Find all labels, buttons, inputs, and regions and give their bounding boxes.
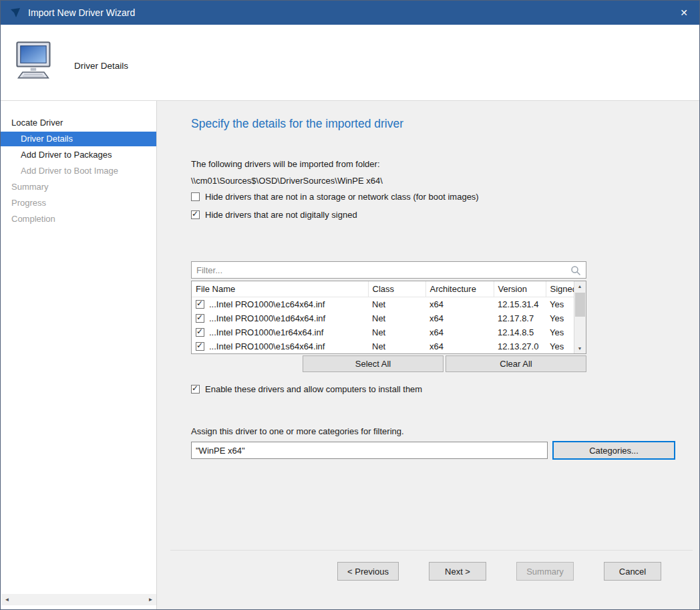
scroll-left-icon[interactable] [1, 594, 13, 605]
computer-icon [13, 39, 55, 85]
hide-unsigned-label: Hide drivers that are not digitally sign… [205, 210, 357, 220]
cancel-button[interactable]: Cancel [604, 562, 661, 581]
driver-file-name: ...Intel PRO1000\e1s64x64.inf [209, 341, 325, 351]
driver-row-checkbox[interactable] [196, 342, 204, 351]
driver-class: Net [368, 339, 425, 353]
hide-unsigned-checkbox[interactable] [191, 210, 200, 219]
wizard-body: Locate Driver Driver Details Add Driver … [1, 101, 699, 609]
driver-row-checkbox[interactable] [196, 314, 204, 323]
scrollbar-thumb[interactable] [575, 293, 585, 317]
sidebar-item-summary: Summary [1, 180, 156, 194]
driver-architecture: x64 [425, 297, 494, 312]
driver-signed: Yes [546, 325, 574, 339]
wizard-steps-list: Locate Driver Driver Details Add Driver … [1, 101, 156, 226]
driver-class: Net [368, 297, 425, 312]
driver-row[interactable]: ...Intel PRO1000\e1r64x64.inf Net x64 12… [192, 325, 574, 339]
column-file-name[interactable]: File Name [192, 281, 368, 297]
driver-file-name: ...Intel PRO1000\e1r64x64.inf [209, 327, 323, 337]
driver-row[interactable]: ...Intel PRO1000\e1d64x64.inf Net x64 12… [192, 311, 574, 325]
previous-button[interactable]: < Previous [337, 562, 399, 581]
driver-architecture: x64 [425, 325, 494, 339]
titlebar: Import New Driver Wizard [1, 1, 699, 25]
driver-architecture: x64 [425, 339, 494, 353]
categories-field[interactable] [191, 442, 548, 459]
import-folder-intro-text: The following drivers will be imported f… [191, 159, 380, 169]
driver-row[interactable]: ...Intel PRO1000\e1c64x64.inf Net x64 12… [192, 297, 574, 312]
scroll-up-icon[interactable] [574, 281, 585, 291]
sidebar-item-add-driver-to-packages[interactable]: Add Driver to Packages [1, 148, 156, 162]
categories-button[interactable]: Categories... [552, 441, 675, 460]
driver-row[interactable]: ...Intel PRO1000\e1s64x64.inf Net x64 12… [192, 339, 574, 353]
driver-file-name: ...Intel PRO1000\e1c64x64.inf [209, 299, 325, 309]
hide-storage-network-label: Hide drivers that are not in a storage o… [205, 192, 479, 202]
selection-buttons: Select All Clear All [191, 355, 586, 372]
footer-divider [170, 550, 693, 551]
page-title: Driver Details [74, 61, 128, 71]
driver-signed: Yes [546, 311, 574, 325]
enable-drivers-checkbox[interactable] [191, 385, 200, 394]
driver-version: 12.13.27.0 [494, 339, 546, 353]
driver-class: Net [368, 311, 425, 325]
filter-box [191, 261, 586, 279]
scroll-down-icon[interactable] [574, 343, 585, 353]
driver-row-checkbox[interactable] [196, 328, 204, 337]
column-architecture[interactable]: Architecture [425, 281, 494, 297]
wizard-header: Driver Details [1, 25, 699, 101]
driver-version: 12.15.31.4 [494, 297, 546, 312]
sidebar-horizontal-scrollbar[interactable] [1, 594, 156, 605]
hide-storage-network-checkbox[interactable] [191, 192, 200, 201]
sidebar-item-locate-driver[interactable]: Locate Driver [1, 116, 156, 130]
driver-row-checkbox[interactable] [196, 300, 204, 309]
driver-class: Net [368, 325, 425, 339]
hide-storage-network-checkbox-row[interactable]: Hide drivers that are not in a storage o… [191, 192, 479, 202]
scroll-right-icon[interactable] [145, 594, 156, 605]
filter-input[interactable] [192, 262, 570, 278]
import-new-driver-wizard-window: Import New Driver Wizard Driver Details [0, 0, 700, 610]
content-heading: Specify the details for the imported dri… [191, 117, 403, 131]
wizard-app-icon [9, 7, 21, 19]
clear-all-button[interactable]: Clear All [446, 355, 586, 372]
driver-list: File Name Class Architecture Version Sig… [191, 281, 586, 354]
sidebar-item-driver-details[interactable]: Driver Details [1, 132, 156, 146]
sidebar-item-completion: Completion [1, 212, 156, 226]
assign-categories-text: Assign this driver to one or more catego… [191, 426, 404, 436]
wizard-footer-buttons: < Previous Next > Summary Cancel [337, 562, 661, 581]
close-icon[interactable] [669, 1, 699, 25]
search-icon[interactable] [570, 265, 581, 279]
driver-signed: Yes [546, 339, 574, 353]
driver-architecture: x64 [425, 311, 494, 325]
sidebar-item-progress: Progress [1, 196, 156, 210]
driver-version: 12.17.8.7 [494, 311, 546, 325]
import-folder-path: \\cm01\Sources$\OSD\DriverSources\WinPE … [191, 176, 383, 186]
sidebar-item-add-driver-to-boot-image: Add Driver to Boot Image [1, 164, 156, 178]
driver-list-vertical-scrollbar[interactable] [574, 281, 586, 353]
driver-signed: Yes [546, 297, 574, 312]
summary-button: Summary [516, 562, 574, 581]
select-all-button[interactable]: Select All [303, 355, 444, 372]
hide-unsigned-checkbox-row[interactable]: Hide drivers that are not digitally sign… [191, 210, 357, 220]
driver-file-name: ...Intel PRO1000\e1d64x64.inf [209, 313, 325, 323]
column-version[interactable]: Version [494, 281, 546, 297]
wizard-steps-sidebar: Locate Driver Driver Details Add Driver … [1, 101, 157, 609]
enable-drivers-checkbox-row[interactable]: Enable these drivers and allow computers… [191, 384, 422, 394]
column-signed[interactable]: Signed [546, 281, 574, 297]
column-class[interactable]: Class [368, 281, 425, 297]
window-title: Import New Driver Wizard [28, 7, 669, 18]
driver-list-header: File Name Class Architecture Version Sig… [192, 281, 574, 297]
driver-version: 12.14.8.5 [494, 325, 546, 339]
enable-drivers-label: Enable these drivers and allow computers… [205, 384, 422, 394]
wizard-content-pane: Specify the details for the imported dri… [157, 101, 699, 609]
next-button[interactable]: Next > [429, 562, 486, 581]
